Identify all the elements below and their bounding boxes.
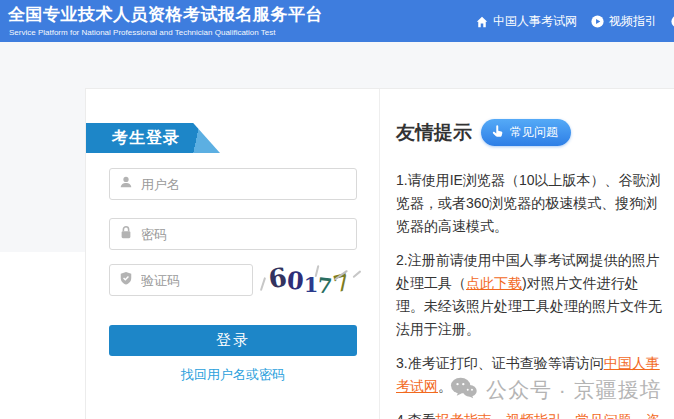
username-field[interactable] — [109, 168, 357, 200]
play-circle-icon — [591, 15, 604, 28]
tip-text: 4.查看 — [396, 412, 436, 419]
user-icon — [119, 175, 133, 193]
nav-link-video-guide[interactable]: 视频指引 — [591, 13, 657, 30]
captcha-image[interactable]: 60177 — [256, 257, 362, 303]
password-field[interactable] — [109, 218, 357, 250]
tip-link[interactable]: 报考指南 — [436, 412, 492, 419]
tip-item: 1.请使用IE浏览器（10以上版本）、谷歌浏览器，或者360浏览器的极速模式、搜… — [396, 169, 664, 238]
captcha-noise — [352, 270, 361, 278]
section-divider — [379, 89, 380, 419]
tip-item: 4.查看报考指南、视频指引、常见问题、咨询电话。 — [396, 409, 664, 419]
tip-link[interactable]: 视频指引 — [506, 412, 562, 419]
forgot-credentials-link[interactable]: 找回用户名或密码 — [109, 366, 357, 384]
tip-link[interactable]: 常见问题 — [576, 412, 632, 419]
tips-panel: 友情提示 常见问题 1.请使用IE浏览器（10以上版本）、谷歌浏览器，或者360… — [396, 119, 664, 419]
captcha-digit: 6 — [267, 264, 289, 292]
tip-item: 3.准考证打印、证书查验等请访问中国人事考试网。 — [396, 352, 664, 398]
tip-text: 3.准考证打印、证书查验等请访问 — [396, 355, 604, 371]
login-panel-title: 考生登录 — [86, 123, 220, 153]
header: 全国专业技术人员资格考试报名服务平台 Service Platform for … — [0, 0, 674, 42]
tip-text: 、 — [492, 412, 506, 419]
nav-link-cpta-site[interactable]: 中国人事考试网 — [476, 13, 577, 30]
password-input[interactable] — [141, 227, 356, 242]
tip-text: 1.请使用IE浏览器（10以上版本）、谷歌浏览器，或者360浏览器的极速模式、搜… — [396, 172, 660, 234]
tip-text: 。 — [438, 378, 452, 394]
tip-link[interactable]: 点此下载 — [466, 275, 522, 291]
username-input[interactable] — [141, 177, 356, 192]
faq-button[interactable]: 常见问题 — [481, 119, 571, 146]
login-button[interactable]: 登录 — [109, 325, 357, 356]
captcha-noise — [260, 277, 266, 291]
faq-button-label: 常见问题 — [510, 124, 558, 141]
tip-item: 2.注册前请使用中国人事考试网提供的照片处理工具（点此下载)对照片文件进行处理。… — [396, 249, 664, 341]
captcha-digit: 0 — [286, 268, 304, 293]
tips-heading: 友情提示 — [396, 120, 472, 146]
tip-text: 、 — [632, 412, 646, 419]
tip-text: 、 — [562, 412, 576, 419]
captcha-field[interactable] — [109, 264, 253, 296]
nav-link-label: 视频指引 — [609, 13, 657, 30]
captcha-input[interactable] — [141, 273, 252, 288]
shield-check-icon — [119, 271, 133, 289]
main-card: 考生登录 60177 登录 找回用户名或密码 友情提示 — [85, 88, 674, 419]
captcha-digits: 60177 — [269, 267, 349, 293]
tips-list: 1.请使用IE浏览器（10以上版本）、谷歌浏览器，或者360浏览器的极速模式、搜… — [396, 169, 664, 419]
lock-icon — [119, 225, 133, 243]
header-nav: 中国人事考试网 视频指引 — [476, 13, 674, 30]
hand-pointer-icon — [491, 125, 504, 141]
home-icon — [476, 16, 488, 28]
nav-link-label: 中国人事考试网 — [493, 13, 577, 30]
